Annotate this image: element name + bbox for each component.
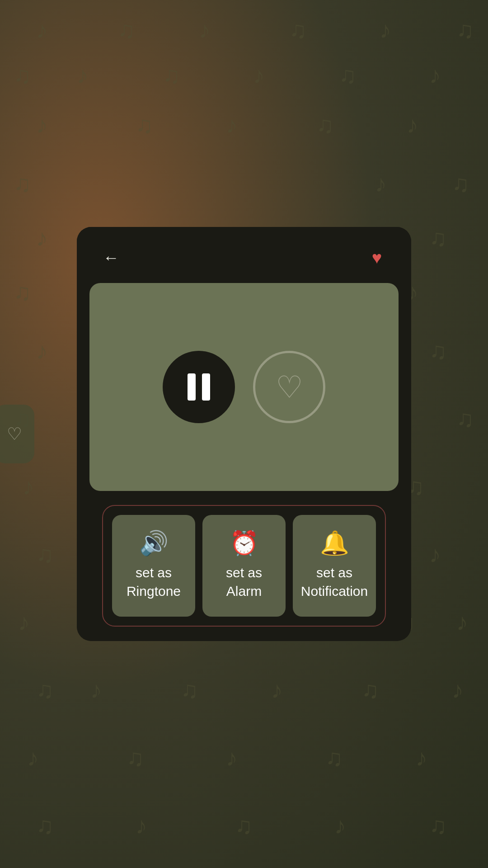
set-ringtone-button[interactable]: 🔊 set asRingtone [112,515,195,617]
pause-button[interactable] [163,351,235,423]
heart-header-icon: ♥ [372,249,382,266]
favorite-player-icon: ♡ [276,372,303,402]
favorite-header-button[interactable]: ♥ [364,245,389,270]
page-content: ← ♥ ♡ [0,0,488,868]
alarm-label: set asAlarm [226,564,262,600]
side-widget-heart-icon: ♡ [7,424,22,444]
ringtone-icon: 🔊 [139,531,169,555]
main-card-wrapper: ← ♥ ♡ [77,227,411,641]
player-area: ♡ [89,283,399,491]
card-header: ← ♥ [77,227,411,283]
pause-bar-right [202,373,210,401]
notification-icon: 🔔 [320,531,349,555]
pause-bar-left [188,373,196,401]
ringtone-label: set asRingtone [127,564,181,600]
favorite-player-button[interactable]: ♡ [253,351,325,423]
notification-label: set asNotification [301,564,368,600]
actions-container: 🔊 set asRingtone ⏰ set asAlarm 🔔 set asN… [102,505,386,627]
back-button[interactable]: ← [99,245,124,270]
set-alarm-button[interactable]: ⏰ set asAlarm [202,515,286,617]
main-card: ← ♥ ♡ [77,227,411,641]
alarm-icon: ⏰ [230,531,259,555]
pause-icon [188,373,210,401]
side-widget[interactable]: ♡ [0,405,34,463]
back-arrow-icon: ← [103,250,119,266]
player-section: ♡ [77,283,411,505]
set-notification-button[interactable]: 🔔 set asNotification [293,515,376,617]
actions-section: 🔊 set asRingtone ⏰ set asAlarm 🔔 set asN… [77,505,411,641]
